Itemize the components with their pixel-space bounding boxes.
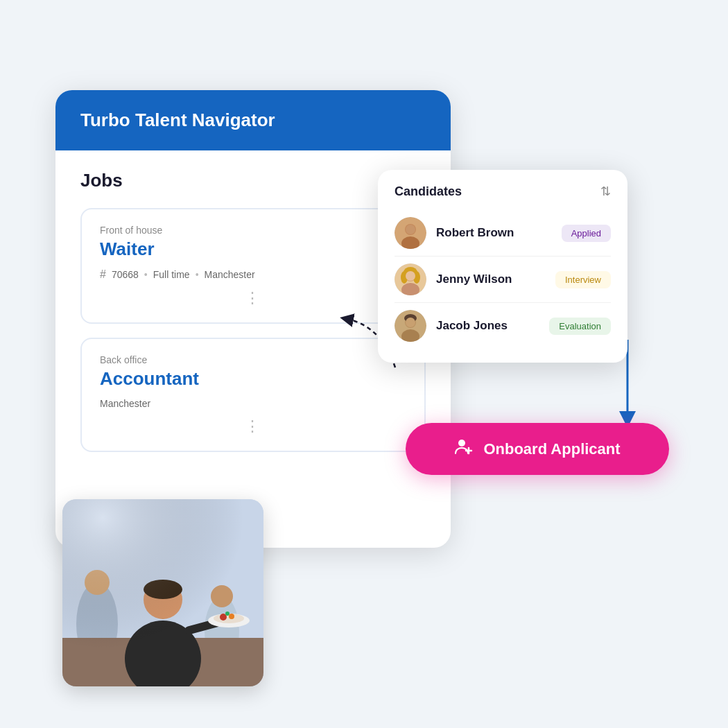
candidates-panel: Candidates ⇅ Robert Brown Applied bbox=[378, 170, 627, 363]
dot-separator-2: • bbox=[196, 269, 199, 280]
more-options-waiter[interactable]: ⋮ bbox=[100, 289, 406, 307]
app-title: Turbo Talent Navigator bbox=[80, 110, 275, 130]
status-badge-jenny: Interview bbox=[555, 271, 611, 288]
job-number: 70668 bbox=[112, 269, 139, 280]
candidates-label: Candidates bbox=[395, 184, 462, 199]
more-options-accountant[interactable]: ⋮ bbox=[100, 417, 406, 435]
avatar-jacob bbox=[395, 310, 426, 342]
onboard-applicant-button[interactable]: Onboard Applicant bbox=[406, 423, 669, 475]
candidates-header: Candidates ⇅ bbox=[395, 184, 611, 199]
candidate-name-robert: Robert Brown bbox=[436, 226, 552, 240]
job-hash-icon: # bbox=[100, 268, 106, 281]
svg-point-33 bbox=[458, 440, 465, 447]
sort-icon[interactable]: ⇅ bbox=[600, 184, 611, 199]
candidate-name-jenny: Jenny Wilson bbox=[436, 272, 546, 286]
waiter-scene bbox=[62, 499, 263, 686]
waiter-photo bbox=[62, 499, 263, 686]
svg-point-30 bbox=[406, 318, 415, 327]
candidate-row-robert[interactable]: Robert Brown Applied bbox=[395, 210, 611, 257]
svg-rect-15 bbox=[62, 499, 263, 686]
person-add-icon bbox=[454, 437, 474, 456]
app-header: Turbo Talent Navigator bbox=[55, 90, 451, 150]
job-meta-waiter: # 70668 • Full time • Manchester bbox=[100, 268, 406, 281]
svg-point-19 bbox=[406, 225, 415, 234]
status-badge-robert: Applied bbox=[562, 225, 611, 242]
job-type: Full time bbox=[153, 269, 190, 280]
job-meta-accountant: Manchester bbox=[100, 398, 406, 409]
job-category-accountant: Back office bbox=[100, 354, 406, 365]
svg-point-25 bbox=[406, 271, 415, 281]
job-card-accountant[interactable]: Back office Accountant Manchester ⋮ bbox=[80, 338, 426, 452]
jobs-section-title: Jobs bbox=[80, 170, 426, 191]
onboard-button-label: Onboard Applicant bbox=[483, 440, 620, 458]
job-category-waiter: Front of house bbox=[100, 225, 406, 236]
avatar-robert bbox=[395, 217, 426, 249]
job-title-waiter: Waiter bbox=[100, 239, 406, 260]
job-title-accountant: Accountant bbox=[100, 368, 406, 390]
status-badge-jacob: Evaluation bbox=[549, 318, 611, 335]
candidate-name-jacob: Jacob Jones bbox=[436, 319, 539, 333]
waiter-illustration bbox=[62, 499, 263, 686]
candidate-row-jacob[interactable]: Jacob Jones Evaluation bbox=[395, 303, 611, 349]
job-location-waiter: Manchester bbox=[205, 269, 255, 280]
job-location-accountant: Manchester bbox=[100, 398, 150, 409]
candidate-row-jenny[interactable]: Jenny Wilson Interview bbox=[395, 257, 611, 303]
dot-separator-1: • bbox=[144, 269, 148, 280]
job-card-waiter[interactable]: Front of house Waiter # 70668 • Full tim… bbox=[80, 208, 426, 324]
onboard-person-icon bbox=[454, 437, 474, 461]
avatar-jenny bbox=[395, 263, 426, 295]
